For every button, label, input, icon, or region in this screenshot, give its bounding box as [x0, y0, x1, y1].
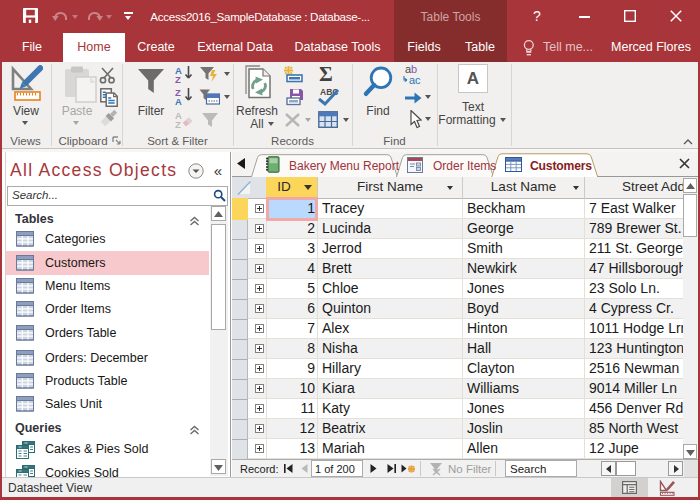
svg-text:Z: Z	[175, 74, 181, 83]
svg-text:A: A	[175, 96, 182, 105]
svg-text:Z: Z	[175, 119, 181, 128]
svg-text:ac: ac	[409, 74, 421, 86]
